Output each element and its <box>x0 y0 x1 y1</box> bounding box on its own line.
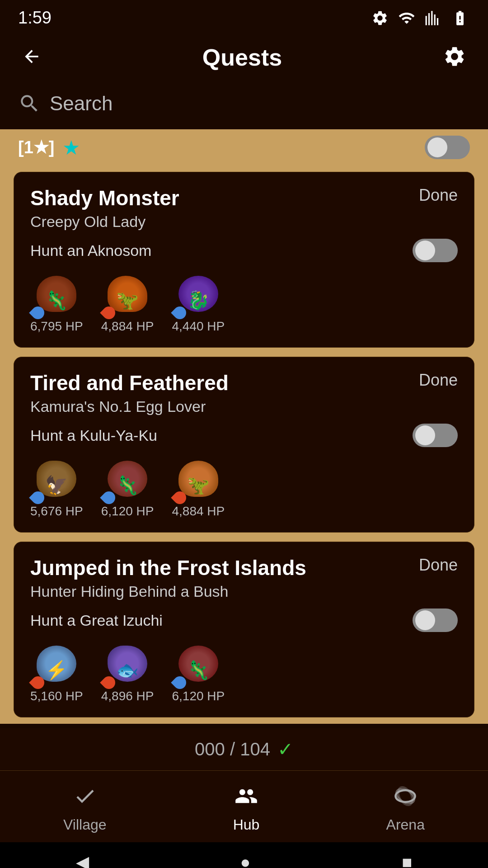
quest-1-objective: Hunt an Aknosom <box>30 242 151 259</box>
quest-1-done-label: Done <box>419 186 458 205</box>
monster-hp: 4,896 HP <box>101 689 154 703</box>
arena-icon <box>394 784 417 813</box>
monster-hp: 4,884 HP <box>172 504 225 519</box>
monster-hp: 6,120 HP <box>101 504 154 519</box>
status-time: 1:59 <box>18 8 52 28</box>
quest-1-title: Shady Monster <box>30 186 458 210</box>
back-button[interactable] <box>18 43 45 71</box>
search-bar[interactable]: Search <box>18 87 470 120</box>
monster-hp: 4,440 HP <box>172 319 225 334</box>
quest-list: Done Shady Monster Creepy Old Lady Hunt … <box>14 172 474 724</box>
monster-hp: 4,884 HP <box>101 319 154 334</box>
quest-2-objective: Hunt a Kulu-Ya-Ku <box>30 427 157 444</box>
quest-count: 000 / 104 <box>195 739 270 760</box>
quest-2-monsters: 🦅 5,676 HP 🦎 6,120 HP <box>30 456 458 519</box>
android-nav: ◀ ● ■ <box>0 842 488 868</box>
monster-sprite: 🐟 <box>103 641 152 686</box>
nav-village[interactable]: Village <box>45 780 124 838</box>
village-icon <box>73 784 97 813</box>
monster-item: 🦖 4,884 HP <box>172 456 225 519</box>
monster-body: 🦅 <box>37 461 76 497</box>
top-bar: Quests <box>0 32 488 82</box>
quest-3-toggle[interactable] <box>413 609 458 632</box>
filter-stars: [1★] ★ <box>18 136 80 159</box>
page-title: Quests <box>59 44 426 71</box>
count-bar: 000 / 104 ✓ <box>0 728 488 770</box>
search-icon <box>18 92 41 115</box>
nav-hub-label: Hub <box>233 816 260 833</box>
gear-icon <box>443 45 466 68</box>
quest-card-1: Done Shady Monster Creepy Old Lady Hunt … <box>14 172 474 348</box>
android-home-button[interactable]: ● <box>240 853 251 868</box>
quest-card-2: Done Tired and Feathered Kamura's No.1 E… <box>14 357 474 533</box>
monster-sprite: 🦖 <box>103 271 152 316</box>
filter-row: [1★] ★ <box>0 129 488 167</box>
status-bar: 1:59 <box>0 0 488 32</box>
monster-body: 🦖 <box>108 276 147 312</box>
quest-2-objective-row: Hunt a Kulu-Ya-Ku <box>30 424 458 447</box>
monster-hp: 5,676 HP <box>30 504 83 519</box>
monster-body: ⚡ <box>37 646 76 682</box>
monster-sprite: 🐉 <box>174 271 223 316</box>
battery-icon <box>450 9 470 27</box>
monster-item: 🦅 5,676 HP <box>30 456 83 519</box>
monster-sprite: 🦎 <box>103 456 152 501</box>
main-content: Done Shady Monster Creepy Old Lady Hunt … <box>0 167 488 724</box>
search-placeholder: Search <box>50 92 113 115</box>
monster-body: 🐟 <box>108 646 147 682</box>
hub-icon <box>235 784 258 813</box>
monster-body: 🦎 <box>108 461 147 497</box>
quest-2-done-label: Done <box>419 371 458 390</box>
monster-body: 🐉 <box>178 276 218 312</box>
status-icons <box>371 9 470 27</box>
monster-item: 🦎 6,795 HP <box>30 271 83 334</box>
monster-item: 🐉 4,440 HP <box>172 271 225 334</box>
quest-3-done-label: Done <box>419 556 458 575</box>
svg-point-1 <box>394 786 417 806</box>
settings-status-icon <box>371 9 389 27</box>
monster-sprite: 🦅 <box>32 456 81 501</box>
quest-1-monsters: 🦎 6,795 HP 🦖 4,884 HP <box>30 271 458 334</box>
nav-arena-label: Arena <box>386 816 425 833</box>
monster-item: 🦎 6,120 HP <box>172 641 225 703</box>
monster-sprite: 🦎 <box>32 271 81 316</box>
android-back-button[interactable]: ◀ <box>76 852 89 868</box>
monster-body: 🦎 <box>178 646 218 682</box>
nav-hub[interactable]: Hub <box>215 780 278 838</box>
monster-hp: 5,160 HP <box>30 689 83 703</box>
monster-sprite: 🦖 <box>174 456 223 501</box>
monster-item: ⚡ 5,160 HP <box>30 641 83 703</box>
monster-item: 🦖 4,884 HP <box>101 271 154 334</box>
quest-3-objective: Hunt a Great Izuchi <box>30 612 163 629</box>
svg-point-2 <box>395 785 415 808</box>
monster-hp: 6,120 HP <box>172 689 225 703</box>
monster-sprite: ⚡ <box>32 641 81 686</box>
quest-1-toggle[interactable] <box>413 239 458 262</box>
monster-item: 🦎 6,120 HP <box>101 456 154 519</box>
monster-body: 🦖 <box>178 461 218 497</box>
signal-icon <box>425 9 442 27</box>
quest-3-subtitle: Hunter Hiding Behind a Bush <box>30 583 458 600</box>
check-icon: ✓ <box>277 738 293 760</box>
settings-button[interactable] <box>439 41 470 73</box>
nav-arena[interactable]: Arena <box>368 780 443 838</box>
quest-2-toggle[interactable] <box>413 424 458 447</box>
filter-label: [1★] <box>18 137 54 157</box>
star-icon: ★ <box>62 136 80 159</box>
quest-1-objective-row: Hunt an Aknosom <box>30 239 458 262</box>
quest-2-title: Tired and Feathered <box>30 371 458 395</box>
quest-2-subtitle: Kamura's No.1 Egg Lover <box>30 398 458 415</box>
monster-sprite: 🦎 <box>174 641 223 686</box>
monster-body: 🦎 <box>37 276 76 312</box>
quest-3-monsters: ⚡ 5,160 HP 🐟 4,896 HP <box>30 641 458 703</box>
monster-item: 🐟 4,896 HP <box>101 641 154 703</box>
android-recent-button[interactable]: ■ <box>402 853 413 868</box>
monster-hp: 6,795 HP <box>30 319 83 334</box>
quest-3-objective-row: Hunt a Great Izuchi <box>30 609 458 632</box>
wifi-icon <box>397 9 417 27</box>
quest-3-title: Jumped in the Frost Islands <box>30 556 458 580</box>
back-icon <box>22 47 42 66</box>
filter-toggle[interactable] <box>425 136 470 159</box>
quest-1-subtitle: Creepy Old Lady <box>30 213 458 231</box>
quest-card-3: Done Jumped in the Frost Islands Hunter … <box>14 542 474 717</box>
